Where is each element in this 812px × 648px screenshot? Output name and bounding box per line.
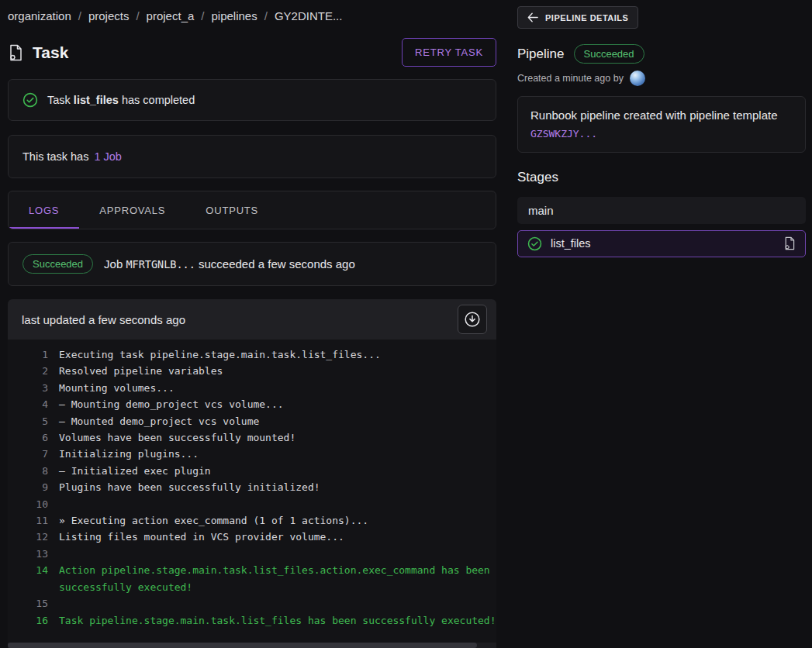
breadcrumb-separator: / (136, 9, 139, 22)
log-line-text: Plugins have been successfully initializ… (59, 479, 496, 495)
tab-outputs[interactable]: OUTPUTS (185, 191, 278, 229)
log-line-number: 7 (16, 446, 48, 462)
log-line-number: 9 (16, 479, 48, 495)
job-status-badge: Succeeded (22, 254, 93, 274)
task-title-group: Task (8, 43, 68, 62)
log-line-text: Resolved pipeline variables (59, 363, 496, 379)
pipeline-sidebar: PIPELINE DETAILS Pipeline Succeeded Crea… (496, 0, 812, 648)
log-line-number: 13 (16, 546, 48, 562)
task-icon (783, 236, 796, 250)
log-horizontal-scrollbar[interactable] (8, 643, 496, 648)
job-status-text: Job MFRTGNLB... succeeded a few seconds … (104, 257, 355, 271)
log-line-text (59, 595, 496, 612)
pipeline-details-button[interactable]: PIPELINE DETAILS (517, 6, 638, 29)
job-suffix: succeeded a few seconds ago (199, 257, 355, 271)
log-line: 8– Initialized exec plugin (8, 463, 496, 479)
pipeline-title: Pipeline (517, 47, 565, 62)
status-prefix: Task (47, 94, 71, 106)
breadcrumb-item[interactable]: pipelines (212, 9, 257, 22)
log-line-text: Mounting volumes... (59, 380, 496, 396)
stages-heading: Stages (517, 170, 806, 185)
status-task-name: list_files (74, 94, 119, 106)
log-line: 7Initializing plugins... (8, 446, 496, 462)
job-prefix: Job (104, 257, 123, 271)
check-circle-icon (527, 236, 542, 251)
job-summary-card: This task has 1 Job (8, 135, 496, 178)
log-line: 3Mounting volumes... (8, 380, 496, 396)
log-line: 5– Mounted demo_project vcs volume (8, 413, 496, 429)
log-line: 12Listing files mounted in VCS provider … (8, 529, 496, 545)
log-line: 11» Executing action exec_command (1 of … (8, 512, 496, 529)
log-line-number: 2 (16, 363, 48, 379)
check-circle-icon (22, 92, 38, 108)
created-by-text: Created a minute ago by (517, 73, 624, 84)
log-lines: 1Executing task pipeline.stage.main.task… (8, 346, 496, 629)
task-header: Task RETRY TASK (8, 38, 496, 67)
log-line: 16Task pipeline.stage.main.task.list_fil… (8, 612, 496, 629)
log-line-number: 12 (16, 529, 48, 545)
log-line-number: 14 (16, 562, 48, 595)
template-link[interactable]: GZSWKZJY... (530, 128, 597, 140)
breadcrumb-item: GY2DINTE... (275, 9, 343, 22)
log-line-text: Executing task pipeline.stage.main.task.… (59, 346, 496, 363)
download-circle-icon (464, 311, 481, 328)
task-main-panel: organization/projects/project_a/pipeline… (0, 0, 496, 648)
tab-approvals[interactable]: APPROVALS (79, 191, 185, 229)
log-line-number: 16 (16, 612, 48, 629)
task-row-list-files[interactable]: list_files (517, 230, 806, 257)
log-line-text: Task pipeline.stage.main.task.list_files… (59, 612, 496, 629)
task-page: organization/projects/project_a/pipeline… (0, 0, 812, 648)
log-line-text: – Mounting demo_project vcs volume... (59, 396, 496, 412)
status-suffix: has completed (122, 94, 195, 106)
log-line-text (59, 496, 496, 512)
log-line-text: Volumes have been successfully mounted! (59, 429, 496, 446)
arrow-left-icon (527, 12, 538, 22)
log-line: 1Executing task pipeline.stage.main.task… (8, 346, 496, 363)
log-line-number: 1 (16, 346, 48, 363)
scrollbar-thumb[interactable] (8, 643, 477, 648)
log-panel: last updated a few seconds ago 1Executin… (8, 299, 496, 648)
log-line-text: – Mounted demo_project vcs volume (59, 413, 496, 429)
task-icon (8, 44, 23, 61)
log-line-number: 3 (16, 380, 48, 396)
log-line-number: 5 (16, 413, 48, 429)
log-line-number: 15 (16, 595, 48, 612)
log-line: 13 (8, 546, 496, 562)
download-logs-button[interactable] (458, 305, 487, 334)
task-status-text: Task list_files has completed (47, 94, 195, 106)
breadcrumb-item[interactable]: organization (8, 9, 71, 22)
log-line-number: 10 (16, 496, 48, 512)
pipeline-description-text: Runbook pipeline created with pipeline t… (530, 109, 778, 122)
pipeline-description-card: Runbook pipeline created with pipeline t… (517, 96, 806, 153)
jobs-link[interactable]: 1 Job (94, 150, 121, 163)
breadcrumb-item[interactable]: project_a (147, 9, 195, 22)
log-updated-text: last updated a few seconds ago (22, 313, 185, 326)
log-line: 6Volumes have been successfully mounted! (8, 429, 496, 446)
job-id: MFRTGNLB... (126, 258, 195, 271)
log-line-text: Initializing plugins... (59, 446, 496, 462)
breadcrumb-item[interactable]: projects (88, 9, 130, 22)
pipeline-status-badge: Succeeded (574, 44, 644, 64)
log-line-number: 11 (16, 512, 48, 529)
log-line-text (59, 546, 496, 562)
log-header: last updated a few seconds ago (8, 299, 496, 340)
breadcrumb: organization/projects/project_a/pipeline… (8, 9, 496, 22)
log-line-number: 6 (16, 429, 48, 446)
log-line: 15 (8, 595, 496, 612)
log-line-text: Action pipeline.stage.main.task.list_fil… (59, 562, 496, 595)
job-status-card: Succeeded Job MFRTGNLB... succeeded a fe… (8, 242, 496, 286)
job-summary-text: This task has (22, 150, 88, 163)
log-line-text: » Executing action exec_command (1 of 1 … (59, 512, 496, 529)
tab-logs[interactable]: LOGS (9, 191, 79, 229)
task-status-card: Task list_files has completed (8, 79, 496, 121)
log-line: 4– Mounting demo_project vcs volume... (8, 396, 496, 412)
stage-name: main (528, 204, 554, 217)
tab-bar: LOGSAPPROVALSOUTPUTS (8, 191, 496, 229)
log-line-number: 8 (16, 463, 48, 479)
retry-task-button[interactable]: RETRY TASK (402, 38, 496, 67)
created-by-row: Created a minute ago by (517, 71, 806, 86)
avatar[interactable] (630, 71, 645, 86)
pipeline-details-label: PIPELINE DETAILS (545, 13, 628, 22)
stage-header-main[interactable]: main (517, 197, 806, 224)
log-body: 1Executing task pipeline.stage.main.task… (8, 340, 496, 648)
